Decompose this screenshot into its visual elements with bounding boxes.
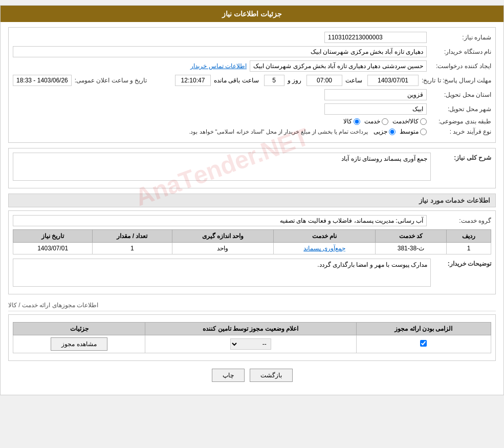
buttons-row: بازگشت چاپ	[8, 369, 496, 382]
city-label: شهر محل تحویل:	[430, 105, 491, 113]
purchase-option-jozi: جزیی	[374, 128, 396, 135]
print-button[interactable]: چاپ	[212, 369, 245, 382]
general-description-container: جمع آوری پسماند روستای تازه آباد AnaТend…	[13, 153, 431, 181]
buyer-notes-box: مدارک پیوست با مهر و امضا بارگذاری گردد.	[13, 259, 431, 287]
need-number-value: 1103102213000003	[324, 32, 427, 43]
col-header-details: جزئیات	[13, 323, 145, 335]
service-group-row: گروه خدمت: آب رسانی: مدیریت پسماند، فاضل…	[13, 215, 491, 226]
purchase-type-label: نوع فرآیند خرید :	[430, 128, 491, 135]
cell-date: 1403/07/01	[13, 243, 93, 254]
city-value: ابیک	[324, 103, 427, 115]
requester-label: ایجاد کننده درخواست:	[430, 62, 491, 70]
general-description-value: جمع آوری پسماند روستای تازه آباد	[341, 155, 427, 162]
required-checkbox[interactable]	[420, 340, 427, 347]
col-header-row: ردیف	[447, 230, 491, 243]
general-description-box: جمع آوری پسماند روستای تازه آباد AnaТend…	[13, 153, 431, 181]
province-label: استان محل تحویل:	[430, 91, 491, 98]
service-group-value: آب رسانی: مدیریت پسماند، فاضلاب و فعالیت…	[13, 215, 427, 226]
col-header-quantity: تعداد / مقدار	[93, 230, 172, 243]
col-header-name: نام خدمت	[274, 230, 375, 243]
radio-jozi-label: جزیی	[374, 128, 387, 135]
radio-khedmat-label: خدمت	[364, 118, 380, 125]
radio-jozi[interactable]	[389, 129, 396, 135]
response-deadline-row: مهلت ارسال پاسخ: تا تاریخ: 1403/07/01 سا…	[13, 75, 491, 86]
services-table-container: ردیف کد خدمت نام خدمت واحد اندازه گیری ت…	[13, 229, 491, 254]
buyer-station-row: نام دستگاه خریدار: دهیاری تازه آباد بخش …	[13, 46, 491, 57]
announce-label: تاریخ و ساعت اعلان عمومی:	[75, 77, 147, 84]
purchase-option-motavasset: متوسط	[400, 128, 427, 135]
radio-kala-khedmat-label: کالا/خدمت	[392, 118, 419, 125]
radio-kala-khedmat[interactable]	[420, 118, 427, 125]
col-header-date: تاریخ نیاز	[13, 230, 93, 243]
city-row: شهر محل تحویل: ابیک	[13, 103, 491, 115]
cell-row: 1	[447, 243, 491, 254]
cell-name[interactable]: جمع‌آوری پسماند	[274, 243, 375, 254]
back-button[interactable]: بازگشت	[250, 369, 293, 382]
page-title: جزئیات اطلاعات نیاز	[222, 10, 282, 18]
response-remaining: 12:10:47	[175, 75, 211, 86]
purchase-notice: پرداخت تمام یا بخشی از مبلغ خریدار از مح…	[189, 129, 368, 135]
cell-code: ث-38-381	[375, 243, 447, 254]
buyer-notes-container: مدارک پیوست با مهر و امضا بارگذاری گردد.	[13, 259, 431, 287]
buyer-station-label: نام دستگاه خریدار:	[430, 48, 491, 55]
status-select[interactable]: --	[230, 338, 271, 350]
general-description-section: شرح کلی نیاز: جمع آوری پسماند روستای تاز…	[8, 148, 496, 188]
radio-kala-label: کالا	[343, 118, 352, 125]
page-header: جزئیات اطلاعات نیاز	[1, 6, 503, 22]
service-group-label: گروه خدمت:	[430, 217, 491, 224]
response-time-label: ساعت	[345, 77, 362, 84]
content-area: شماره نیاز: 1103102213000003 نام دستگاه …	[1, 22, 503, 395]
radio-motavasset-label: متوسط	[400, 128, 419, 135]
cell-unit: واحد	[172, 243, 274, 254]
need-number-row: شماره نیاز: 1103102213000003	[13, 32, 491, 43]
response-date: 1403/07/01	[367, 75, 419, 86]
general-description-row: شرح کلی نیاز: جمع آوری پسماند روستای تاز…	[13, 153, 491, 181]
buyer-station-value: دهیاری تازه آباد بخش مرکزی شهرستان ابیک	[13, 46, 427, 57]
category-option-khedmat: خدمت	[364, 118, 388, 125]
response-days-label: روز و	[288, 77, 301, 84]
license-table-row: -- مشاهده مجوز	[13, 335, 491, 353]
requester-value: حسین سردشتی دهیار دهیاری تازه آباد بخش م…	[250, 60, 427, 72]
province-value: قزوین	[324, 89, 427, 100]
cell-required	[356, 335, 491, 353]
category-label: طبقه بندی موضوعی:	[430, 118, 491, 125]
purchase-type-row: نوع فرآیند خرید : متوسط جزیی پرداخت تمام…	[13, 128, 491, 135]
contact-link[interactable]: اطلاعات تماس خریدار	[190, 62, 247, 70]
page-wrapper: جزئیات اطلاعات نیاز شماره نیاز: 11031022…	[0, 5, 504, 395]
licenses-table: الزامی بودن ارائه مجوز اعلام وضعیت مجوز …	[13, 322, 491, 353]
radio-kala[interactable]	[354, 118, 360, 125]
province-row: استان محل تحویل: قزوین	[13, 89, 491, 100]
general-description-label: شرح کلی نیاز:	[435, 153, 491, 161]
col-header-required: الزامی بودن ارائه مجوز	[356, 323, 491, 335]
col-header-unit: واحد اندازه گیری	[172, 230, 274, 243]
category-option-kala: کالا	[343, 118, 360, 125]
cell-details: مشاهده مجوز	[13, 335, 145, 353]
response-days: 5	[264, 75, 284, 86]
services-section: گروه خدمت: آب رسانی: مدیریت پسماند، فاضل…	[8, 210, 496, 294]
category-option-kala-khedmat: کالا/خدمت	[392, 118, 427, 125]
purchase-type-radio-group: متوسط جزیی	[374, 128, 427, 135]
cell-quantity: 1	[93, 243, 172, 254]
col-header-status: اعلام وضعیت مجوز توسط تامین کننده	[145, 323, 357, 335]
radio-khedmat[interactable]	[382, 118, 388, 125]
cell-status: --	[145, 335, 357, 353]
licenses-section: الزامی بودن ارائه مجوز اعلام وضعیت مجوز …	[8, 314, 496, 361]
buyer-notes-row: توضیحات خریدار: مدارک پیوست با مهر و امض…	[13, 259, 491, 287]
requester-row: ایجاد کننده درخواست: حسین سردشتی دهیار د…	[13, 60, 491, 72]
radio-motavasset[interactable]	[420, 129, 427, 135]
main-info-section: شماره نیاز: 1103102213000003 نام دستگاه …	[8, 27, 496, 143]
response-deadline-label: مهلت ارسال پاسخ: تا تاریخ:	[422, 77, 491, 84]
services-table: ردیف کد خدمت نام خدمت واحد اندازه گیری ت…	[13, 229, 491, 254]
response-remaining-label: ساعت باقی مانده	[214, 77, 259, 84]
buyer-notes-label: توضیحات خریدار:	[435, 259, 491, 267]
buyer-notes-value: مدارک پیوست با مهر و امضا بارگذاری گردد.	[317, 261, 427, 268]
licenses-section-title: اطلاعات مجوزهای ارائه خدمت / کالا	[8, 300, 496, 311]
licenses-table-container: الزامی بودن ارائه مجوز اعلام وضعیت مجوز …	[13, 322, 491, 353]
need-number-label: شماره نیاز:	[430, 34, 491, 41]
col-header-code: کد خدمت	[375, 230, 447, 243]
category-radio-group: کالا/خدمت خدمت کالا	[343, 118, 427, 125]
announce-value: 1403/06/26 - 18:33	[13, 75, 72, 86]
response-time: 07:00	[306, 75, 342, 86]
view-license-button[interactable]: مشاهده مجوز	[51, 337, 107, 351]
announce-group: تاریخ و ساعت اعلان عمومی: 1403/06/26 - 1…	[13, 75, 147, 86]
